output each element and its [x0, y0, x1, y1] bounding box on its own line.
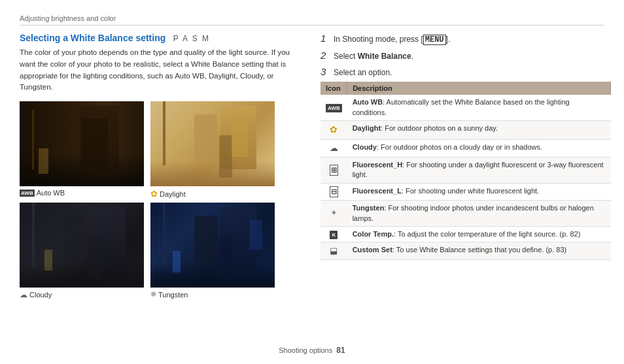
photo-item-cloudy: ☁ Cloudy — [20, 203, 144, 299]
step-3: 3 Select an option. — [321, 66, 611, 78]
footer: Shooting options 81 — [0, 346, 624, 355]
menu-key: MENU — [423, 35, 446, 45]
bottom-photo-pair: ☁ Cloudy ❋ Tungsten — [20, 203, 301, 299]
icon-custom-set: ⬓ — [321, 242, 347, 260]
desc-cloudy: Cloudy: For outdoor photos on a cloudy d… — [347, 139, 611, 157]
icon-fluor-h: ⊞ — [321, 157, 347, 183]
step-3-num: 3 — [321, 66, 330, 77]
option-table: Icon Description AWB Auto WB: Automatica… — [321, 82, 611, 260]
step-3-text: Select an option. — [334, 67, 392, 78]
breadcrumb: Adjusting brightness and color — [20, 14, 116, 22]
section-description: The color of your photo depends on the t… — [20, 47, 301, 93]
icon-awb: AWB — [321, 95, 347, 120]
caption-auto-wb-text: Auto WB — [37, 189, 65, 197]
pasm-label: P A S M — [173, 34, 210, 43]
footer-page: 81 — [336, 346, 345, 355]
icon-fluor-l: ⊟ — [321, 183, 347, 200]
awb-caption-icon: AWB — [20, 190, 35, 197]
top-divider — [20, 25, 604, 25]
step-1: 1 In Shooting mode, press [MENU]. — [321, 33, 611, 46]
caption-auto-wb: AWB Auto WB — [20, 189, 144, 197]
photo-item-auto-wb: AWB Auto WB — [20, 101, 144, 199]
caption-tungsten: ❋ Tungsten — [150, 290, 275, 299]
caption-cloudy: ☁ Cloudy — [20, 290, 144, 299]
tungsten-icon: ✦ — [330, 208, 338, 218]
sun-icon: ✿ — [330, 124, 338, 135]
icon-color-temp: K — [321, 226, 347, 242]
top-photo-pair: AWB Auto WB ✿ Daylight — [20, 101, 301, 199]
photo-item-daylight: ✿ Daylight — [150, 101, 275, 199]
table-row: ✦ Tungsten: For shooting indoor photos u… — [321, 201, 611, 227]
section-heading: Selecting a White Balance setting P A S … — [20, 33, 301, 43]
step-2-text: Select White Balance. — [334, 51, 413, 62]
desc-fluor-h: Fluorescent_H: For shooting under a dayl… — [347, 157, 611, 183]
table-row: ✿ Daylight: For outdoor photos on a sunn… — [321, 121, 611, 140]
cloud-icon: ☁ — [330, 143, 338, 153]
custom-set-icon: ⬓ — [330, 246, 338, 256]
table-row: ⊞ Fluorescent_H: For shooting under a da… — [321, 157, 611, 183]
icon-tungsten: ✦ — [321, 201, 347, 227]
desc-daylight: Daylight: For outdoor photos on a sunny … — [347, 121, 611, 140]
caption-tungsten-text: Tungsten — [158, 291, 188, 299]
table-row: ⊟ Fluorescent_L: For shooting under whit… — [321, 183, 611, 200]
caption-daylight: ✿ Daylight — [150, 189, 275, 199]
daylight-caption-icon: ✿ — [150, 189, 158, 199]
right-column: 1 In Shooting mode, press [MENU]. 2 Sele… — [321, 33, 611, 260]
cloudy-caption-icon: ☁ — [20, 290, 27, 299]
photo-auto-wb — [20, 101, 144, 186]
step-2-num: 2 — [321, 50, 330, 61]
step-1-num: 1 — [321, 33, 330, 44]
footer-text: Shooting options — [279, 346, 332, 354]
caption-cloudy-text: Cloudy — [29, 291, 52, 299]
k-icon: K — [330, 231, 338, 239]
desc-custom-set: Custom Set: To use White Balance setting… — [347, 242, 611, 260]
desc-color-temp: Color Temp.: To adjust the color tempera… — [347, 226, 611, 242]
step-2: 2 Select White Balance. — [321, 50, 611, 62]
photo-daylight — [150, 101, 275, 186]
icon-daylight: ✿ — [321, 121, 347, 140]
desc-tungsten: Tungsten: For shooting indoor photos und… — [347, 201, 611, 227]
tungsten-caption-icon: ❋ — [150, 290, 156, 299]
table-row: AWB Auto WB: Automatically set the White… — [321, 95, 611, 120]
table-header-row: Icon Description — [321, 82, 611, 95]
icon-cloudy: ☁ — [321, 139, 347, 157]
table-row: K Color Temp.: To adjust the color tempe… — [321, 226, 611, 242]
section-title: Selecting a White Balance setting — [20, 33, 165, 43]
photo-tungsten — [150, 203, 275, 288]
photo-item-tungsten: ❋ Tungsten — [150, 203, 275, 299]
photo-cloudy — [20, 203, 144, 288]
fluor-h-icon: ⊞ — [330, 165, 338, 176]
step-1-text: In Shooting mode, press [MENU]. — [334, 34, 450, 46]
table-header-icon: Icon — [321, 82, 347, 95]
caption-daylight-text: Daylight — [160, 190, 186, 198]
left-column: Selecting a White Balance setting P A S … — [20, 33, 301, 299]
desc-auto-wb: Auto WB: Automatically set the White Bal… — [347, 95, 611, 120]
table-row: ⬓ Custom Set: To use White Balance setti… — [321, 242, 611, 260]
desc-fluor-l: Fluorescent_L: For shooting under white … — [347, 183, 611, 200]
fluor-l-icon: ⊟ — [330, 186, 338, 197]
table-header-desc: Description — [347, 82, 611, 95]
table-row: ☁ Cloudy: For outdoor photos on a cloudy… — [321, 139, 611, 157]
